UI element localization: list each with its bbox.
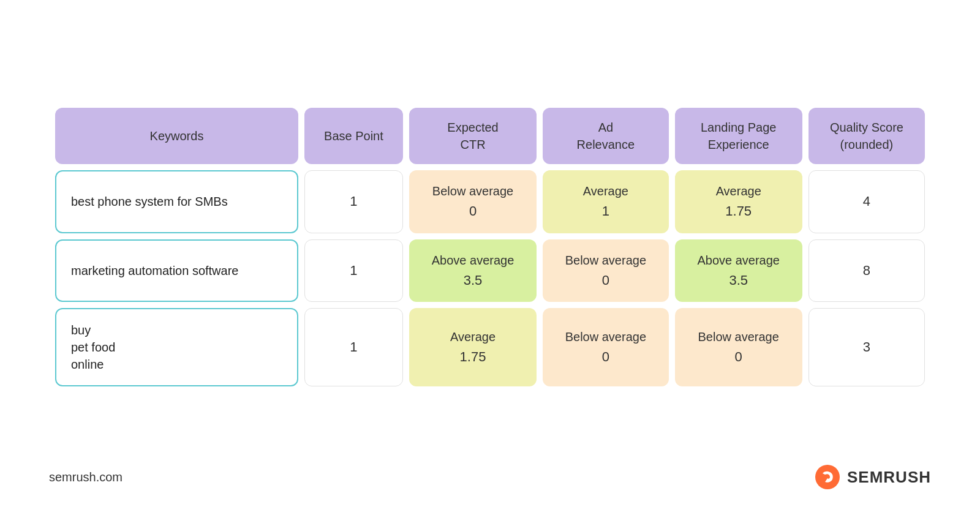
quality-score-table: Keywords Base Point Expected CTR Ad Rele…: [49, 102, 931, 393]
lp-label-2: Below average: [685, 328, 793, 345]
lp-value-0: 1.75: [685, 202, 793, 221]
expected-ctr-cell-0: Below average0: [409, 170, 537, 233]
ad-label-0: Average: [552, 182, 658, 200]
base-point-cell-1: 1: [304, 239, 403, 303]
table-row: best phone system for SMBs1Below average…: [55, 170, 925, 233]
col-header-base-point: Base Point: [304, 108, 403, 164]
quality-score-cell-1: 8: [809, 239, 925, 303]
expected-ctr-cell-2: Average1.75: [409, 308, 537, 386]
svg-point-0: [815, 465, 840, 489]
ad-relevance-cell-0: Average1: [543, 170, 668, 233]
ad-relevance-cell-1: Below average0: [543, 239, 668, 303]
col-header-expected-ctr: Expected CTR: [409, 108, 537, 164]
ctr-label-1: Above average: [419, 252, 527, 269]
lp-label-1: Above average: [685, 252, 793, 269]
landing-page-cell-1: Above average3.5: [675, 239, 802, 303]
ctr-label-0: Below average: [419, 182, 527, 200]
base-point-cell-0: 1: [304, 170, 403, 233]
col-header-quality-score: Quality Score (rounded): [809, 108, 925, 164]
semrush-logo: SEMRUSH: [814, 464, 931, 491]
keyword-cell-2: buy pet food online: [55, 308, 298, 386]
main-content: Keywords Base Point Expected CTR Ad Rele…: [49, 37, 931, 457]
ctr-label-2: Average: [419, 328, 527, 345]
quality-score-cell-2: 3: [809, 308, 925, 386]
landing-page-cell-2: Below average0: [675, 308, 802, 386]
lp-value-1: 3.5: [685, 271, 793, 290]
semrush-brand: SEMRUSH: [847, 468, 931, 487]
lp-value-2: 0: [685, 348, 793, 367]
quality-score-cell-0: 4: [809, 170, 925, 233]
ctr-value-2: 1.75: [419, 348, 527, 367]
footer-domain: semrush.com: [49, 470, 123, 484]
col-header-ad-relevance: Ad Relevance: [543, 108, 668, 164]
table-row: buy pet food online1Average1.75Below ave…: [55, 308, 925, 386]
ad-value-0: 1: [552, 202, 658, 221]
landing-page-cell-0: Average1.75: [675, 170, 802, 233]
ad-label-1: Below average: [552, 252, 658, 269]
expected-ctr-cell-1: Above average3.5: [409, 239, 537, 303]
semrush-icon: [814, 464, 841, 491]
ad-label-2: Below average: [552, 328, 658, 345]
lp-label-0: Average: [685, 182, 793, 200]
ad-value-1: 0: [552, 271, 658, 290]
table-row: marketing automation software1Above aver…: [55, 239, 925, 303]
col-header-landing-page: Landing Page Experience: [675, 108, 802, 164]
ad-relevance-cell-2: Below average0: [543, 308, 668, 386]
keyword-cell-0: best phone system for SMBs: [55, 170, 298, 233]
footer: semrush.com SEMRUSH: [49, 457, 931, 491]
ctr-value-1: 3.5: [419, 271, 527, 290]
keyword-cell-1: marketing automation software: [55, 239, 298, 303]
ad-value-2: 0: [552, 348, 658, 367]
col-header-keywords: Keywords: [55, 108, 298, 164]
base-point-cell-2: 1: [304, 308, 403, 386]
ctr-value-0: 0: [419, 202, 527, 221]
